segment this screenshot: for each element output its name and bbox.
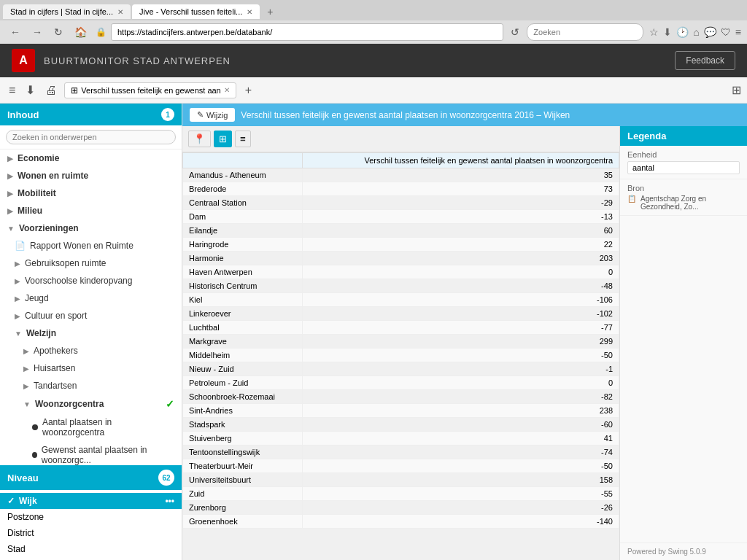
tab-1[interactable]: Stad in cijfers | Stad in cijfe... ✕ <box>3 4 131 19</box>
legend-footer: Powered by Swing 5.0.9 <box>620 542 747 560</box>
col-header-name <box>183 153 303 168</box>
arrow-right-icon: ▶ <box>7 155 13 163</box>
sidebar: Inhoud 1 ▶ Economie ▶ Wonen en ruimte ▶ … <box>0 104 182 560</box>
back-button[interactable]: ← <box>6 25 25 39</box>
checkmark-icon: ✓ <box>7 496 15 506</box>
niveau-section: Niveau 62 ✓ Wijk ••• Postzone District <box>0 465 182 560</box>
home-nav-icon[interactable]: ⌂ <box>693 26 699 38</box>
legend-header: Legenda <box>620 126 747 146</box>
sidebar-item-cultuur[interactable]: ▶ Cultuur en sport <box>0 307 182 324</box>
table-row: Stuivenberg41 <box>183 432 619 446</box>
check-icon: ✓ <box>166 398 174 410</box>
sidebar-item-voorzieningen[interactable]: ▼ Voorzieningen <box>0 219 182 237</box>
niveau-item-district[interactable]: District <box>0 525 182 541</box>
view-controls: 📍 ⊞ ≡ <box>182 126 619 152</box>
table-view-btn[interactable]: ⊞ <box>214 131 232 147</box>
sidebar-item-tandartsen[interactable]: ▶ Tandartsen <box>0 377 182 394</box>
table-row: Nieuw - Zuid-1 <box>183 362 619 376</box>
chat-icon[interactable]: 💬 <box>704 26 716 38</box>
arrow-right-icon: ▶ <box>7 172 13 180</box>
arrow-right-icon: ▶ <box>7 207 13 215</box>
history-icon[interactable]: 🕑 <box>676 26 689 38</box>
grid-view-icon[interactable]: ⊞ <box>732 84 741 96</box>
sidebar-header: Inhoud 1 <box>0 104 182 125</box>
niveau-item-wijk[interactable]: ✓ Wijk ••• <box>0 493 182 509</box>
menu-icon[interactable]: ≡ <box>735 26 741 38</box>
tab-close-icon[interactable]: ✕ <box>224 86 230 94</box>
sidebar-title: Inhoud <box>7 109 39 120</box>
bookmark-icon[interactable]: ☆ <box>649 26 659 38</box>
forward-button[interactable]: → <box>28 25 47 39</box>
arrow-right-icon: ▶ <box>7 190 13 198</box>
content-body: 📍 ⊞ ≡ Verschil tussen feitelijk en gewen… <box>182 126 747 560</box>
sidebar-item-jeugd[interactable]: ▶ Jeugd <box>0 289 182 307</box>
source-icon: 📋 <box>627 195 636 203</box>
tab-label: Verschil tussen feitelijk en gewenst aan <box>81 86 220 95</box>
main-layout: Inhoud 1 ▶ Economie ▶ Wonen en ruimte ▶ … <box>0 104 747 560</box>
data-table: Verschil tussen feitelijk en gewenst aan… <box>182 152 619 529</box>
legend-title: Legenda <box>627 131 666 141</box>
tab-2-close[interactable]: ✕ <box>247 8 252 16</box>
sidebar-item-huisartsen[interactable]: ▶ Huisartsen <box>0 359 182 377</box>
table-row: Stadspark-60 <box>183 418 619 432</box>
tab-1-close[interactable]: ✕ <box>117 8 123 16</box>
table-row: Sint-Andries238 <box>183 404 619 418</box>
dot-icon <box>32 424 38 430</box>
hamburger-icon[interactable]: ≡ <box>6 82 18 98</box>
home-button[interactable]: 🏠 <box>70 25 91 39</box>
tab-2[interactable]: Jive - Verschil tussen feiteli... ✕ <box>132 4 260 19</box>
download-icon[interactable]: ⬇ <box>663 26 672 38</box>
location-view-btn[interactable]: 📍 <box>188 131 211 147</box>
pencil-icon: ✎ <box>197 110 204 120</box>
niveau-item-postzone[interactable]: Postzone <box>0 509 182 525</box>
new-tab-button[interactable]: + <box>261 4 279 19</box>
sidebar-item-aantal-plaatsen[interactable]: Aantal plaatsen in woonzorgcentra <box>0 413 182 441</box>
niveau-content: ✓ Wijk ••• Postzone District Stad <box>0 490 182 560</box>
feedback-button[interactable]: Feedback <box>675 51 735 70</box>
app-title: BUURTMONITOR STAD ANTWERPEN <box>44 55 231 66</box>
download-toolbar-icon[interactable]: ⬇ <box>23 82 38 98</box>
legend-source-value: 📋 Agentschap Zorg en Gezondheid, Zo... <box>627 195 740 211</box>
table-row: Schoonbroek-Rozemaai-82 <box>183 390 619 404</box>
wijzig-button[interactable]: ✎ Wijzig <box>190 108 235 122</box>
arrow-right-icon: ▶ <box>15 312 20 320</box>
reload-button[interactable]: ↺ <box>506 25 524 39</box>
table-row: Tentoonstellingswijk-74 <box>183 446 619 459</box>
app-header: A BUURTMONITOR STAD ANTWERPEN Feedback <box>0 44 747 77</box>
sidebar-item-gebruiksopen[interactable]: ▶ Gebruiksopen ruimte <box>0 254 182 272</box>
arrow-right-icon: ▶ <box>23 382 29 390</box>
browser-chrome: Stad in cijfers | Stad in cijfe... ✕ Jiv… <box>0 0 747 44</box>
sidebar-item-welzijn[interactable]: ▼ Welzijn <box>0 324 182 342</box>
browser-search-input[interactable] <box>527 23 643 41</box>
sidebar-item-voorschoolse[interactable]: ▶ Voorschoolse kinderopvang <box>0 272 182 289</box>
niveau-item-stad[interactable]: Stad <box>0 541 182 557</box>
table-row: Groenenhoek-140 <box>183 515 619 529</box>
table-row: Kiel-106 <box>183 293 619 307</box>
content-title: Verschil tussen feitelijk en gewenst aan… <box>241 110 570 120</box>
sidebar-item-wonen[interactable]: ▶ Wonen en ruimte <box>0 167 182 184</box>
chart-view-btn[interactable]: ≡ <box>235 131 251 147</box>
table-row: Linkeroever-102 <box>183 307 619 321</box>
sidebar-item-gewenst-aantal[interactable]: Gewenst aantal plaatsen in woonzorgc... <box>0 441 182 465</box>
arrow-right-icon: ▶ <box>15 295 20 303</box>
table-row: Amandus - Atheneum35 <box>183 168 619 182</box>
print-icon[interactable]: 🖨 <box>42 82 60 98</box>
tab-bar: Stad in cijfers | Stad in cijfe... ✕ Jiv… <box>0 0 747 20</box>
url-bar[interactable] <box>111 23 503 41</box>
sidebar-item-apothekers[interactable]: ▶ Apothekers <box>0 342 182 359</box>
browser-icons: ☆ ⬇ 🕑 ⌂ 💬 🛡 ≡ <box>649 26 741 38</box>
legend-source-label: Bron <box>627 184 740 192</box>
add-tab-icon[interactable]: + <box>241 82 256 98</box>
toolbar-right: ⊞ <box>732 83 741 97</box>
sidebar-item-rapport[interactable]: 📄 Rapport Wonen en Ruimte <box>0 237 182 254</box>
table-row: Zuid-55 <box>183 487 619 501</box>
refresh-button[interactable]: ↻ <box>50 25 67 39</box>
sidebar-content: ▶ Economie ▶ Wonen en ruimte ▶ Mobilitei… <box>0 149 182 465</box>
app-logo: A <box>12 49 35 72</box>
sidebar-search-input[interactable] <box>6 130 176 144</box>
sidebar-item-milieu[interactable]: ▶ Milieu <box>0 202 182 219</box>
sidebar-item-mobiliteit[interactable]: ▶ Mobiliteit <box>0 184 182 202</box>
shield-icon[interactable]: 🛡 <box>721 26 731 38</box>
sidebar-item-woonzorgcentra[interactable]: ▼ Woonzorgcentra ✓ <box>0 394 182 413</box>
sidebar-item-economie[interactable]: ▶ Economie <box>0 149 182 167</box>
